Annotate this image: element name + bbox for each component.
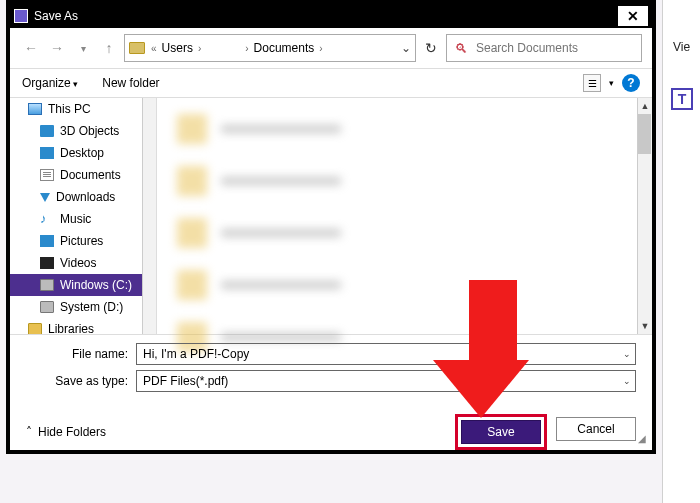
filename-label: File name:	[26, 347, 136, 361]
save-highlight: Save	[458, 417, 544, 447]
search-icon: 🔍︎	[455, 41, 468, 56]
path-seg-documents[interactable]: Documents	[251, 41, 318, 55]
forward-button[interactable]: →	[46, 37, 68, 59]
tree-label: System (D:)	[60, 300, 123, 314]
save-button[interactable]: Save	[461, 420, 541, 444]
tree-item-3d-objects[interactable]: 3D Objects	[10, 120, 156, 142]
file-list[interactable]	[157, 98, 652, 334]
folder-icon	[28, 323, 42, 334]
filetype-value: PDF Files(*.pdf)	[143, 374, 228, 388]
tree-label: Pictures	[60, 234, 103, 248]
tree-item-this-pc[interactable]: This PC	[10, 98, 156, 120]
search-box[interactable]: 🔍︎	[446, 34, 642, 62]
titlebar: Save As ✕	[10, 4, 652, 28]
tree-item-system-d[interactable]: System (D:)	[10, 296, 156, 318]
tree-scrollbar[interactable]	[144, 158, 155, 228]
text-tool-icon: T	[671, 88, 693, 110]
app-icon	[14, 9, 28, 23]
dialog-footer: ˄ Hide Folders Save Cancel	[10, 401, 652, 455]
close-button[interactable]: ✕	[618, 6, 648, 26]
tree-label: 3D Objects	[60, 124, 119, 138]
scrollbar-thumb[interactable]	[638, 114, 651, 154]
music-icon: ♪	[40, 213, 54, 225]
background-app-panel: Vie T	[662, 0, 700, 503]
tree-label: Documents	[60, 168, 121, 182]
resize-grip[interactable]: ◢	[638, 433, 646, 444]
chevron-right-icon: ›	[319, 43, 322, 54]
form-area: File name: ⌄ Save as type: PDF Files(*.p…	[10, 334, 652, 401]
tree-item-videos[interactable]: Videos	[10, 252, 156, 274]
file-item[interactable]	[177, 108, 632, 150]
nav-tree[interactable]: This PC 3D Objects Desktop Documents Dow…	[10, 98, 157, 334]
videos-icon	[40, 257, 54, 269]
files-scrollbar[interactable]: ▲ ▼	[637, 98, 652, 334]
tree-label: Music	[60, 212, 91, 226]
documents-icon	[40, 169, 54, 181]
organize-menu[interactable]: Organize	[22, 76, 78, 90]
save-as-dialog: Save As ✕ ← → ▾ ↑ « Users › › Documents …	[6, 0, 656, 454]
toolbar: Organize New folder ☰ ▾ ?	[10, 68, 652, 98]
nav-row: ← → ▾ ↑ « Users › › Documents › ⌄ ↻ 🔍︎	[10, 28, 652, 68]
filename-input[interactable]	[143, 347, 629, 361]
chevron-right-icon: ›	[198, 43, 201, 54]
scroll-down-icon[interactable]: ▼	[638, 318, 652, 334]
hide-folders-label: Hide Folders	[38, 425, 106, 439]
dropdown-icon[interactable]: ⌄	[623, 349, 631, 359]
tree-item-downloads[interactable]: Downloads	[10, 186, 156, 208]
recent-dropdown[interactable]: ▾	[72, 37, 94, 59]
path-dropdown-icon[interactable]: ⌄	[401, 41, 411, 55]
view-options-button[interactable]: ☰	[583, 74, 601, 92]
filetype-label: Save as type:	[26, 374, 136, 388]
hide-folders-toggle[interactable]: ˄ Hide Folders	[26, 425, 106, 439]
bg-view-label: Vie	[673, 40, 700, 54]
body-area: This PC 3D Objects Desktop Documents Dow…	[10, 98, 652, 334]
file-item[interactable]	[177, 264, 632, 306]
desktop-icon	[40, 147, 54, 159]
folder-icon	[129, 42, 145, 54]
tree-label: Videos	[60, 256, 96, 270]
pictures-icon	[40, 235, 54, 247]
new-folder-button[interactable]: New folder	[102, 76, 159, 90]
chevron-up-icon: ˄	[26, 425, 32, 439]
chevron-right-icon: ›	[245, 43, 248, 54]
file-item[interactable]	[177, 212, 632, 254]
tree-item-windows-c[interactable]: Windows (C:)	[10, 274, 156, 296]
pc-icon	[28, 103, 42, 115]
drive-icon	[40, 301, 54, 313]
file-item[interactable]	[177, 160, 632, 202]
tree-label: This PC	[48, 102, 91, 116]
filename-field[interactable]: ⌄	[136, 343, 636, 365]
refresh-button[interactable]: ↻	[420, 37, 442, 59]
window-title: Save As	[34, 9, 78, 23]
tree-label: Libraries	[48, 322, 94, 334]
search-input[interactable]	[476, 41, 633, 55]
dropdown-icon[interactable]: ⌄	[623, 376, 631, 386]
tree-item-libraries[interactable]: Libraries	[10, 318, 156, 334]
tree-item-documents[interactable]: Documents	[10, 164, 156, 186]
tree-item-pictures[interactable]: Pictures	[10, 230, 156, 252]
tree-item-music[interactable]: ♪Music	[10, 208, 156, 230]
downloads-icon	[40, 193, 50, 202]
3d-icon	[40, 125, 54, 137]
up-button[interactable]: ↑	[98, 37, 120, 59]
path-seg-users[interactable]: Users	[159, 41, 196, 55]
chevron-icon: «	[151, 43, 157, 54]
filetype-field[interactable]: PDF Files(*.pdf) ⌄	[136, 370, 636, 392]
tree-label: Desktop	[60, 146, 104, 160]
cancel-button[interactable]: Cancel	[556, 417, 636, 441]
help-button[interactable]: ?	[622, 74, 640, 92]
tree-label: Downloads	[56, 190, 115, 204]
scroll-up-icon[interactable]: ▲	[638, 98, 652, 114]
view-dropdown-icon[interactable]: ▾	[609, 78, 614, 88]
tree-item-desktop[interactable]: Desktop	[10, 142, 156, 164]
tree-label: Windows (C:)	[60, 278, 132, 292]
back-button[interactable]: ←	[20, 37, 42, 59]
drive-icon	[40, 279, 54, 291]
address-bar[interactable]: « Users › › Documents › ⌄	[124, 34, 416, 62]
